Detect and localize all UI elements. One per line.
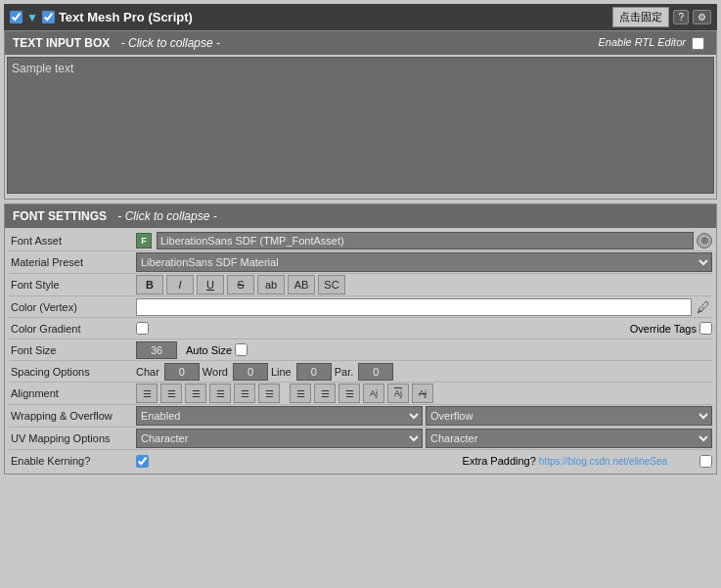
- align-btn-flush[interactable]: ☰: [234, 384, 255, 403]
- spacing-options-field: Char Word Line Par.: [136, 363, 712, 381]
- title-checkbox[interactable]: [10, 11, 23, 23]
- font-style-row: Font Style B I U S ab AB SC: [9, 274, 712, 296]
- material-preset-field: LiberationSans SDF Material: [136, 252, 712, 272]
- font-size-row: Font Size Auto Size: [9, 339, 712, 361]
- char-input[interactable]: [164, 363, 200, 381]
- eyedropper-button[interactable]: 🖊: [695, 299, 712, 315]
- wrapping-select[interactable]: Enabled: [136, 406, 423, 426]
- kerning-checkbox[interactable]: [136, 455, 149, 468]
- rtl-label: Enable RTL Editor: [598, 36, 704, 50]
- text-input-section: TEXT INPUT BOX - Click to collapse - Ena…: [4, 30, 717, 200]
- align-btn-midline[interactable]: Aj: [387, 384, 409, 403]
- kerning-row: Enable Kerning? Extra Padding? https://b…: [9, 450, 712, 472]
- wrapping-overflow-row: Wrapping & Overflow Enabled Overflow: [9, 405, 712, 428]
- line-label: Line: [271, 366, 292, 378]
- material-preset-select[interactable]: LiberationSans SDF Material: [136, 252, 712, 272]
- style-btn-underline[interactable]: U: [197, 275, 224, 294]
- title-bar: ▼ Text Mesh Pro (Script) 点击固定 ? ⚙: [4, 4, 717, 30]
- override-tags-label: Override Tags: [630, 323, 697, 335]
- style-btn-uppercase[interactable]: AB: [288, 275, 315, 294]
- color-gradient-row: Color Gradient Override Tags: [9, 318, 712, 339]
- title-text: Text Mesh Pro (Script): [59, 10, 193, 24]
- sample-text-area[interactable]: Sample text: [7, 57, 714, 194]
- align-btn-left[interactable]: ☰: [136, 384, 158, 403]
- color-vertex-row: Color (Vertex) 🖊: [9, 296, 712, 318]
- align-btn-center[interactable]: ☰: [160, 384, 182, 403]
- style-btn-strikethrough[interactable]: S: [227, 275, 254, 294]
- alignment-field: ☰ ☰ ☰ ☰ ☰ ☰ ☰ ☰ ☰ Aj Aj Aj: [136, 384, 712, 403]
- color-vertex-label: Color (Vertex): [9, 301, 136, 313]
- align-btn-middle[interactable]: ☰: [314, 384, 336, 403]
- title-arrow: ▼: [26, 11, 38, 24]
- auto-size-label: Auto Size: [186, 344, 232, 356]
- material-preset-row: Material Preset LiberationSans SDF Mater…: [9, 251, 712, 274]
- font-settings-header[interactable]: FONT SETTINGS - Click to collapse -: [5, 204, 716, 228]
- overflow-select[interactable]: Overflow: [426, 406, 712, 426]
- font-asset-input[interactable]: [157, 232, 694, 249]
- uv-mapping-field: Character Character: [136, 429, 712, 448]
- style-btn-bold[interactable]: B: [136, 275, 163, 294]
- align-btn-geo[interactable]: ☰: [258, 384, 280, 403]
- text-area-container: Sample text: [5, 55, 716, 199]
- kerning-label: Enable Kerning?: [9, 455, 136, 467]
- font-style-buttons: B I U S ab AB SC: [136, 275, 712, 294]
- settings-grid: Font Asset F ◎ Material Preset Liberatio…: [5, 228, 716, 474]
- watermark-text: https://blog.csdn.net/elineSea: [539, 456, 667, 467]
- font-asset-target-button[interactable]: ◎: [697, 233, 712, 249]
- uv-mapping-label: UV Mapping Options: [9, 432, 136, 444]
- alignment-label: Alignment: [9, 387, 136, 399]
- uv-mapping-select1[interactable]: Character: [136, 429, 423, 448]
- help-button[interactable]: ?: [673, 10, 689, 24]
- align-btn-baseline[interactable]: Aj: [363, 384, 384, 403]
- kerning-field: Extra Padding? https://blog.csdn.net/eli…: [136, 455, 712, 468]
- override-tags-checkbox[interactable]: [699, 322, 712, 335]
- font-settings-section: FONT SETTINGS - Click to collapse - Font…: [4, 204, 717, 475]
- font-asset-label: Font Asset: [9, 235, 136, 247]
- title-icons: 点击固定 ? ⚙: [612, 7, 711, 27]
- align-btn-bottom[interactable]: ☰: [338, 384, 360, 403]
- align-btn-right[interactable]: ☰: [185, 384, 206, 403]
- material-preset-label: Material Preset: [9, 256, 136, 268]
- font-settings-title: FONT SETTINGS: [13, 209, 107, 223]
- alignment-row: Alignment ☰ ☰ ☰ ☰ ☰ ☰ ☰ ☰ ☰ Aj Aj Aj: [9, 383, 712, 405]
- align-btn-justified[interactable]: ☰: [209, 384, 231, 403]
- uv-mapping-select2[interactable]: Character: [426, 429, 712, 448]
- font-style-label: Font Style: [9, 279, 136, 291]
- fix-button[interactable]: 点击固定: [612, 7, 669, 27]
- color-vertex-swatch[interactable]: [136, 298, 692, 316]
- align-btn-top[interactable]: ☰: [290, 384, 311, 403]
- font-size-label: Font Size: [9, 344, 136, 356]
- color-gradient-checkbox[interactable]: [136, 322, 149, 335]
- par-label: Par.: [335, 366, 354, 378]
- spacing-options-row: Spacing Options Char Word Line Par.: [9, 361, 712, 383]
- align-btn-capline[interactable]: Aj: [412, 384, 433, 403]
- font-settings-collapse: - Click to collapse -: [117, 209, 216, 223]
- font-asset-row: Font Asset F ◎: [9, 230, 712, 251]
- line-input[interactable]: [296, 363, 332, 381]
- text-input-header[interactable]: TEXT INPUT BOX - Click to collapse - Ena…: [5, 31, 716, 55]
- uv-mapping-row: UV Mapping Options Character Character: [9, 428, 712, 450]
- style-btn-lowercase[interactable]: ab: [257, 275, 285, 294]
- extra-padding-checkbox[interactable]: [699, 455, 712, 468]
- title-checkbox2[interactable]: [42, 11, 55, 23]
- auto-size-checkbox[interactable]: [235, 343, 248, 356]
- rtl-checkbox[interactable]: [692, 37, 704, 50]
- word-input[interactable]: [233, 363, 268, 381]
- font-asset-field: F ◎: [136, 232, 712, 249]
- style-btn-italic[interactable]: I: [166, 275, 194, 294]
- color-gradient-field: Override Tags: [136, 322, 712, 335]
- settings-button[interactable]: ⚙: [693, 10, 711, 24]
- style-btn-smallcaps[interactable]: SC: [318, 275, 345, 294]
- char-label: Char: [136, 366, 159, 378]
- main-container: ▼ Text Mesh Pro (Script) 点击固定 ? ⚙ TEXT I…: [0, 0, 721, 478]
- word-label: Word: [203, 366, 228, 378]
- text-input-title: TEXT INPUT BOX: [13, 36, 110, 50]
- title-left: ▼ Text Mesh Pro (Script): [10, 10, 193, 24]
- wrapping-overflow-field: Enabled Overflow: [136, 406, 712, 426]
- spacing-options-label: Spacing Options: [9, 366, 136, 378]
- font-asset-icon: F: [136, 233, 152, 249]
- wrapping-overflow-label: Wrapping & Overflow: [9, 410, 136, 422]
- font-size-field: Auto Size: [136, 341, 712, 359]
- par-input[interactable]: [358, 363, 393, 381]
- font-size-input[interactable]: [136, 341, 177, 359]
